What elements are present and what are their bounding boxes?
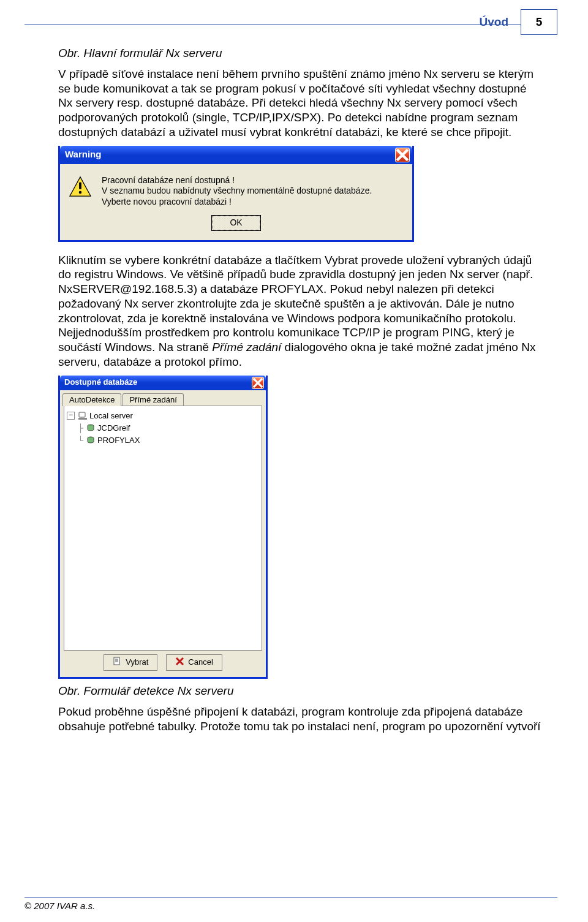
tree-item[interactable]: └ PROFYLAX (67, 434, 259, 447)
page-number: 5 (521, 9, 557, 35)
close-icon[interactable] (395, 148, 410, 162)
tree-item[interactable]: ├ JCDGreif (67, 422, 259, 434)
page-header: Úvod 5 (480, 9, 558, 35)
db-titlebar: Dostupné databáze (60, 376, 266, 390)
figure-caption-2: Obr. Formulář detekce Nx serveru (58, 684, 542, 698)
header-rule (24, 25, 557, 25)
warning-body: Pracovní databáze není dostupná ! V sezn… (60, 164, 412, 213)
tree-item-label: JCDGreif (97, 423, 130, 433)
paragraph-2a: Kliknutím se vybere konkrétní databáze a… (58, 254, 533, 354)
warning-dialog: Warning Pracovní databáze není dostupná … (58, 146, 414, 242)
paragraph-2: Kliknutím se vybere konkrétní databáze a… (58, 253, 542, 369)
db-dialog: Dostupné databáze AutoDetekce Přímé zadá… (58, 376, 268, 679)
svg-rect-6 (114, 657, 119, 665)
database-icon (85, 424, 96, 433)
body: Obr. Hlavní formulář Nx serveru V případ… (58, 46, 542, 733)
close-icon[interactable] (252, 377, 264, 389)
tree-item-label: PROFYLAX (97, 436, 140, 445)
tree-collapse-icon[interactable]: − (67, 412, 75, 420)
warning-line-3: Vyberte novou pracovní databázi ! (102, 197, 372, 208)
tab-autodetect[interactable]: AutoDetekce (62, 393, 121, 406)
paragraph-1: V případě síťové instalace není během pr… (58, 67, 542, 140)
database-icon (85, 436, 96, 445)
paragraph-3: Pokud proběhne úspěšné připojení k datab… (58, 705, 542, 734)
ok-button[interactable]: OK (212, 216, 260, 230)
warning-line-2: V seznamu budou nabídnuty všechny moment… (102, 186, 372, 197)
cancel-icon (175, 657, 184, 668)
svg-point-1 (79, 191, 82, 194)
db-tree[interactable]: − Local server ├ JCDGreif └ (64, 406, 262, 651)
footer-rule (24, 897, 557, 898)
tree-root-row[interactable]: − Local server (67, 410, 259, 422)
page: Úvod 5 Obr. Hlavní formulář Nx serveru V… (0, 0, 588, 922)
svg-rect-0 (79, 182, 81, 189)
figure-caption-1: Obr. Hlavní formulář Nx serveru (58, 46, 542, 61)
section-title: Úvod (480, 15, 521, 29)
cancel-button[interactable]: Cancel (166, 654, 222, 671)
db-button-row: Vybrat Cancel (60, 654, 266, 677)
cancel-label: Cancel (188, 657, 213, 667)
page-footer: © 2007 IVAR a.s. (24, 897, 557, 911)
warning-titlebar: Warning (60, 146, 412, 164)
warning-icon (69, 175, 94, 208)
svg-rect-2 (79, 412, 85, 417)
select-button[interactable]: Vybrat (104, 654, 157, 671)
warning-line-1: Pracovní databáze není dostupná ! (102, 175, 372, 186)
warning-text: Pracovní databáze není dostupná ! V sezn… (102, 175, 372, 208)
document-icon (113, 657, 122, 668)
svg-rect-3 (78, 418, 87, 420)
db-tabs: AutoDetekce Přímé zadání (60, 390, 266, 406)
server-icon (77, 412, 88, 420)
paragraph-2-italic: Přímé zadání (212, 341, 281, 353)
tree-root-label: Local server (89, 411, 133, 421)
tab-direct[interactable]: Přímé zadání (123, 393, 183, 406)
warning-button-row: OK (60, 212, 412, 240)
footer-text: © 2007 IVAR a.s. (24, 901, 557, 911)
db-title: Dostupné databáze (64, 377, 252, 387)
select-label: Vybrat (126, 657, 148, 667)
warning-title: Warning (65, 149, 395, 161)
